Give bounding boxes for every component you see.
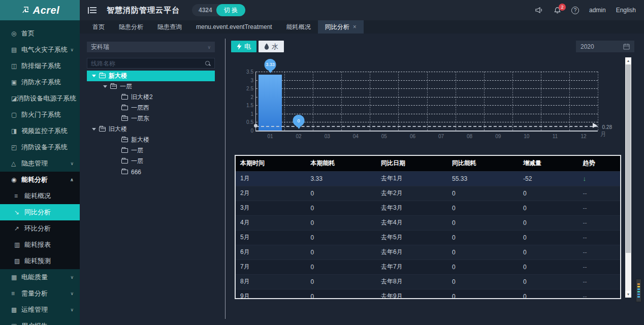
tree-node-旧大楼[interactable]: 旧大楼 [87,124,215,135]
sidebar-item-label: 首页 [21,29,75,38]
close-icon[interactable]: × [353,23,357,30]
tree-expander-icon[interactable] [103,85,107,88]
collapse-menu-icon[interactable] [88,7,96,14]
chevron-down-icon: ∨ [207,45,211,50]
table-row: 7月0去年7月00-- [236,259,620,274]
sidebar-item-运维管理[interactable]: ▩运维管理∨ [0,302,80,318]
language-switch[interactable]: English [616,7,636,14]
project-switcher[interactable]: 4324 切 换 [192,4,245,16]
tab-隐患分析[interactable]: 隐患分析 [112,20,150,34]
x-tick-label: 06 [410,134,415,139]
sidebar-item-label: 用户报告 [21,321,75,325]
bar-month-01[interactable] [259,75,282,131]
sidebar-subitem-同比分析[interactable]: ↘同比分析 [0,204,80,220]
x-tick-label: 12 [581,134,586,139]
average-line-arrow [593,123,600,128]
brand-logo: Acrel [0,0,80,20]
tree-node-label: 一层西 [131,104,149,112]
trend-dash: -- [578,259,620,274]
tree-node-一层西[interactable]: 一层西 [87,103,215,113]
sidebar-item-视频监控子系统[interactable]: ◨视频监控子系统 [0,123,80,139]
scroll-up-button[interactable]: ▲ [625,57,631,64]
chart-plot-area: 00.511.522.533.5013.33020030405060708091… [255,72,598,132]
sidebar-item-能耗分析[interactable]: ◉能耗分析∧ [0,172,80,188]
switch-button[interactable]: 切 换 [216,4,245,16]
mom-icon: ↗ [14,225,24,232]
table-cell: 0 [306,245,377,259]
notification-bell-icon[interactable]: 2 [554,7,561,14]
sidebar-subitem-环比分析[interactable]: ↗环比分析 [0,220,80,237]
line-search-input[interactable] [91,60,205,67]
tree-node-新大楼[interactable]: 新大楼 [87,71,215,81]
table-cell: 去年7月 [376,259,447,274]
tab-能耗概况[interactable]: 能耗概况 [279,20,318,34]
tree-node-一层[interactable]: 一层 [87,156,215,167]
tree-node-一层[interactable]: 一层 [87,81,215,92]
tree-node-666[interactable]: 666 [87,167,215,177]
y-tick-label: 0 [250,128,253,134]
table-cell: 去年1月 [376,171,447,186]
announcement-icon[interactable] [535,7,543,14]
sidebar-item-电能质量[interactable]: ▦电能质量∨ [0,269,80,285]
y-tick-label: 1.5 [246,103,253,108]
tree-node-新大楼[interactable]: 新大楼 [87,135,215,145]
trend-dash: -- [578,274,620,289]
scrollbar-thumb[interactable] [626,64,631,253]
average-line [256,126,598,127]
sidebar-subitem-能耗预测[interactable]: ▨能耗预测 [0,253,80,269]
vertical-scrollbar[interactable]: ▲ ▼ [625,57,631,298]
data-pin-01: 3.33 [265,59,276,71]
help-icon[interactable]: ? [571,7,579,14]
overview-icon: ≡ [14,192,24,200]
sidebar-subitem-能耗报表[interactable]: ▥能耗报表 [0,237,80,253]
station-select[interactable]: 安科瑞 ∨ [87,42,215,52]
sidebar-subitem-label: 同比分析 [24,208,80,217]
trend-dash: -- [578,289,620,299]
table-cell: 去年8月 [376,274,447,289]
demand-icon: ≡ [11,290,21,297]
water-toggle-button[interactable]: 水 [259,41,284,52]
search-icon[interactable] [205,60,211,67]
tree-node-一层[interactable]: 一层 [87,145,215,156]
table-cell: 0 [519,274,578,289]
sidebar-subitem-能耗概况[interactable]: ≡能耗概况 [0,188,80,204]
tab-同比分析[interactable]: 同比分析× [318,20,364,34]
data-pin-02: 0 [293,115,305,126]
sidebar-item-消防设备电源子系统[interactable]: ◪消防设备电源子系统 [0,90,80,107]
tree-node-label: 新大楼 [109,72,127,80]
tab-menu.event.eventTreatment[interactable]: menu.event.eventTreatment [189,20,279,34]
tree-expander-icon[interactable] [92,75,96,77]
table-cell: 0 [447,274,519,289]
table-cell: 4月 [236,215,306,230]
table-header-本期能耗: 本期能耗 [306,156,377,171]
table-cell: 0 [306,201,377,215]
tab-首页[interactable]: 首页 [85,20,112,34]
table-cell: 0 [306,289,377,299]
acrel-logo-icon [20,6,30,15]
x-tick-label: 08 [467,134,472,139]
sidebar-item-首页[interactable]: ◎首页 [0,25,80,42]
user-name[interactable]: admin [589,7,606,14]
gridline-v [598,72,598,131]
sidebar-item-用户报告[interactable]: ◳用户报告 [0,318,80,325]
year-picker[interactable]: 2020 [576,41,634,52]
tree-node-旧大楼2[interactable]: 旧大楼2 [87,92,215,103]
tab-隐患查询[interactable]: 隐患查询 [150,20,189,34]
sidebar-item-需量分析[interactable]: ≡需量分析∨ [0,285,80,302]
sidebar-item-消防设备子系统[interactable]: ◰消防设备子系统 [0,139,80,155]
tree-expander-icon[interactable] [92,128,96,131]
sidebar-item-消防水子系统[interactable]: ▣消防水子系统 [0,74,80,90]
tree-node-一层东[interactable]: 一层东 [87,113,215,124]
electric-toggle-button[interactable]: 电 [231,41,256,52]
sidebar-item-电气火灾子系统[interactable]: ▤电气火灾子系统∨ [0,42,80,58]
hazard-icon: △ [11,160,21,167]
analysis-panel: 电 水 2020 00.511.522.533.5013.330200304 [231,41,634,299]
scroll-down-button[interactable]: ▼ [625,291,631,298]
sidebar-item-隐患管理[interactable]: △隐患管理∨ [0,155,80,172]
sidebar: Acrel ◎首页▤电气火灾子系统∨◫防排烟子系统▣消防水子系统◪消防设备电源子… [0,0,80,325]
sidebar-item-防排烟子系统[interactable]: ◫防排烟子系统 [0,58,80,74]
sidebar-item-防火门子系统[interactable]: ▢防火门子系统 [0,107,80,123]
table-cell: 0 [447,289,519,299]
tab-label: 能耗概况 [286,23,311,31]
sidebar-item-label: 电能质量 [21,273,70,282]
